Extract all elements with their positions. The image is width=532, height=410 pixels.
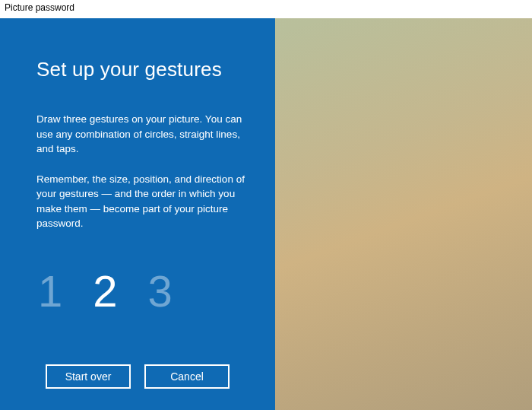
step-1: 1 [38, 269, 62, 313]
page-title: Set up your gestures [36, 58, 245, 81]
cancel-button[interactable]: Cancel [144, 364, 230, 389]
instruction-panel: Set up your gestures Draw three gestures… [0, 18, 275, 410]
start-over-button[interactable]: Start over [46, 364, 131, 389]
step-3: 3 [148, 269, 173, 313]
workarea: Set up your gestures Draw three gestures… [0, 18, 532, 410]
instruction-text-2: Remember, the size, position, and direct… [36, 172, 245, 231]
window-title: Picture password [5, 2, 74, 13]
step-2: 2 [93, 269, 117, 313]
button-row: Start over Cancel [0, 364, 275, 389]
instruction-text-1: Draw three gestures on your picture. You… [36, 112, 245, 157]
step-indicator: 1 2 3 [36, 269, 245, 313]
window-titlebar: Picture password [0, 0, 532, 18]
